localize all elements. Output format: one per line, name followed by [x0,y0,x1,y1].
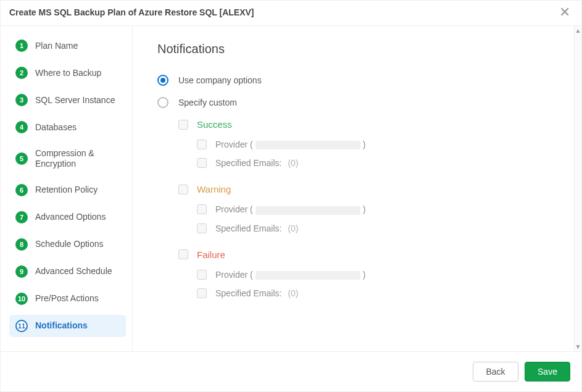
page-title: Notifications [157,42,549,56]
step-number: 8 [15,238,28,251]
step-number: 5 [15,152,28,165]
row-success-emails: Specified Emails: (0) [197,158,549,168]
step-label: Advanced Options [35,212,106,222]
row-failure-emails: Specified Emails: (0) [197,288,549,298]
dialog-footer: Back Save [1,351,581,391]
backup-plan-dialog: Create MS SQL Backup Plan of Azure Resto… [0,0,582,392]
option-custom[interactable]: Specify custom [157,97,549,108]
count-warning-emails: (0) [288,223,298,233]
step-label: SQL Server Instance [35,95,115,106]
checkbox-failure[interactable] [178,249,188,259]
group-success-header: Success [178,119,549,130]
main-content: Notifications Use company options Specif… [133,26,574,351]
step-label: Where to Backup [35,68,101,78]
group-warning: Warning Provider () Specified Emails: (0… [178,184,549,233]
group-failure-header: Failure [178,249,549,260]
step-label: Plan Name [35,41,78,51]
radio-custom[interactable] [157,97,168,108]
scroll-up-icon[interactable]: ▲ [575,26,581,35]
checkbox-warning[interactable] [178,185,188,194]
titlebar: Create MS SQL Backup Plan of Azure Resto… [1,1,581,26]
count-failure-emails: (0) [288,288,298,298]
group-failure-body: Provider () Specified Emails: (0) [197,270,549,298]
back-button[interactable]: Back [473,362,518,382]
row-warning-provider: Provider () [197,204,549,214]
label-warning-emails: Specified Emails: [215,223,281,233]
row-success-provider: Provider () [197,140,549,149]
radio-company[interactable] [157,75,168,86]
checkbox-success-provider[interactable] [197,140,207,149]
step-sql-instance[interactable]: 3 SQL Server Instance [9,89,126,111]
step-schedule-options[interactable]: 8 Schedule Options [9,233,126,256]
checkbox-success-emails[interactable] [197,158,207,168]
step-label: Notifications [35,320,88,331]
group-success-body: Provider () Specified Emails: (0) [197,140,549,168]
text-provider-prefix: Provider ( [215,204,253,214]
wizard-sidebar: 1 Plan Name 2 Where to Backup 3 SQL Serv… [1,26,133,351]
step-where-backup[interactable]: 2 Where to Backup [9,62,126,84]
step-advanced-options[interactable]: 7 Advanced Options [9,206,126,228]
text-provider-suffix: ) [363,140,366,149]
step-number: 11 [15,320,28,332]
text-provider-suffix: ) [363,270,366,280]
group-warning-title: Warning [197,184,231,194]
group-warning-header: Warning [178,184,549,194]
row-failure-provider: Provider () [197,270,549,280]
label-success-provider: Provider () [215,140,365,149]
group-warning-body: Provider () Specified Emails: (0) [197,204,549,233]
row-warning-emails: Specified Emails: (0) [197,223,549,233]
checkbox-warning-emails[interactable] [197,223,207,233]
step-advanced-schedule[interactable]: 9 Advanced Schedule [9,261,126,283]
text-provider-prefix: Provider ( [215,140,253,149]
scrollbar[interactable]: ▲ ▼ [574,26,581,351]
checkbox-warning-provider[interactable] [197,204,207,214]
provider-redacted [256,141,360,149]
step-notifications[interactable]: 11 Notifications [9,315,126,337]
dialog-body: 1 Plan Name 2 Where to Backup 3 SQL Serv… [1,26,581,351]
step-number: 4 [15,121,28,133]
label-warning-provider: Provider () [215,204,365,214]
label-failure-provider: Provider () [215,270,365,280]
step-number: 10 [15,293,28,305]
step-number: 1 [15,40,28,52]
step-label: Databases [35,122,77,133]
step-compression[interactable]: 5 Compression & Encryption [9,143,126,174]
label-failure-emails: Specified Emails: [215,288,281,298]
label-success-emails: Specified Emails: [215,158,281,168]
step-label: Pre/Post Actions [35,293,99,304]
step-label: Compression & Encryption [35,148,120,169]
option-custom-label: Specify custom [178,98,237,107]
provider-redacted [256,271,360,280]
step-number: 3 [15,94,28,106]
scroll-down-icon[interactable]: ▼ [575,342,581,351]
step-number: 7 [15,211,28,223]
save-button[interactable]: Save [525,362,570,382]
checkbox-success[interactable] [178,120,188,130]
step-label: Retention Policy [35,185,98,195]
step-pre-post-actions[interactable]: 10 Pre/Post Actions [9,288,126,310]
step-plan-name[interactable]: 1 Plan Name [9,35,126,57]
count-success-emails: (0) [288,158,298,168]
step-number: 9 [15,265,28,278]
text-provider-suffix: ) [363,204,366,214]
text-provider-prefix: Provider ( [215,270,253,280]
group-failure: Failure Provider () Specified Emails: (0… [178,249,549,298]
group-success-title: Success [197,119,232,130]
group-success: Success Provider () Specified Emails: (0… [178,119,549,168]
step-label: Advanced Schedule [35,266,112,277]
dialog-title: Create MS SQL Backup Plan of Azure Resto… [9,7,254,17]
option-company-label: Use company options [178,75,262,85]
checkbox-failure-provider[interactable] [197,270,207,280]
provider-redacted [256,206,360,215]
step-retention[interactable]: 6 Retention Policy [9,179,126,201]
option-company[interactable]: Use company options [157,75,549,86]
step-number: 6 [15,184,28,196]
group-failure-title: Failure [197,249,225,260]
step-number: 2 [15,67,28,79]
step-databases[interactable]: 4 Databases [9,116,126,138]
close-icon[interactable]: ✕ [557,6,573,19]
step-label: Schedule Options [35,239,104,249]
checkbox-failure-emails[interactable] [197,288,207,298]
